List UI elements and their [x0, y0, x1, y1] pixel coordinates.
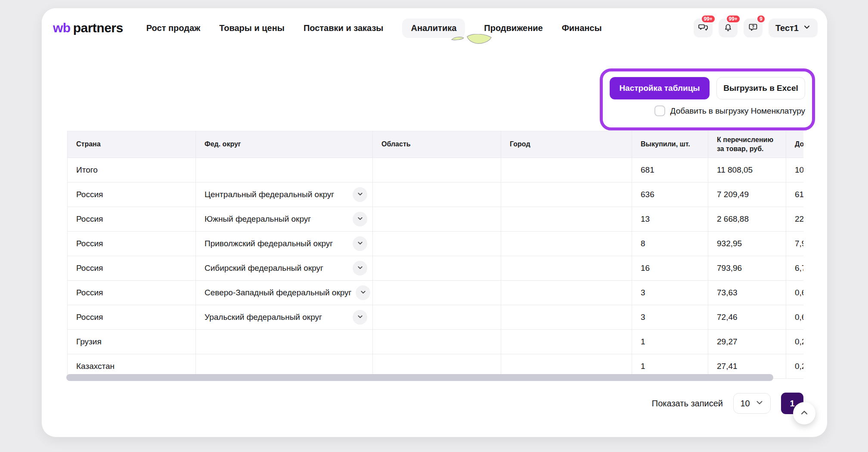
- table-row: РоссияЮжный федеральный округ132 668,882…: [68, 207, 804, 232]
- cell-share: 0,6: [786, 305, 804, 330]
- cell-payout: 932,95: [708, 232, 786, 256]
- expand-district-button[interactable]: [353, 310, 367, 325]
- cell-purchased: 8: [632, 232, 708, 256]
- analytics-table: СтранаФед. округОбластьГородВыкупили, шт…: [67, 131, 803, 379]
- help-button[interactable]: ? 9: [744, 19, 763, 37]
- page-size-select[interactable]: 10: [733, 393, 771, 414]
- cell-region: [373, 256, 501, 281]
- cell-district: [196, 158, 373, 183]
- district-name: Центральный федеральный округ: [205, 190, 334, 199]
- column-header: К перечислению за товар, руб.: [708, 131, 786, 158]
- column-header: До: [786, 131, 804, 158]
- expand-district-button[interactable]: [356, 285, 370, 300]
- column-header: Выкупили, шт.: [632, 131, 708, 158]
- cell-share: 61: [786, 183, 804, 207]
- top-actions: 99+ 99+ ? 9: [694, 19, 818, 37]
- top-navigation-bar: wbpartners Рост продажТовары и ценыПоста…: [42, 8, 827, 48]
- help-badge: 9: [756, 15, 766, 23]
- cell-region: [373, 330, 501, 354]
- table-header-row: СтранаФед. округОбластьГородВыкупили, шт…: [68, 131, 804, 158]
- table-row: РоссияСеверо-Западный федеральный округ3…: [68, 281, 804, 305]
- cell-country: Итого: [68, 158, 196, 183]
- table-row: Грузия129,270,2: [68, 330, 804, 354]
- cell-region: [373, 232, 501, 256]
- account-name: Тест1: [775, 23, 799, 33]
- horizontal-scrollbar[interactable]: [66, 374, 773, 381]
- cell-country: Россия: [68, 183, 196, 207]
- cell-district: Южный федеральный округ: [196, 207, 373, 232]
- expand-district-button[interactable]: [353, 236, 367, 251]
- table-row: Итого68111 808,0510: [68, 158, 804, 183]
- export-excel-button[interactable]: Выгрузить в Excel: [716, 77, 805, 99]
- cell-region: [373, 281, 501, 305]
- table-settings-button[interactable]: Настройка таблицы: [610, 77, 710, 99]
- messages-badge: 99+: [701, 15, 716, 23]
- cell-share: 0,2: [786, 330, 804, 354]
- nomenclature-checkbox[interactable]: [654, 105, 665, 116]
- cell-payout: 29,27: [708, 330, 786, 354]
- cell-share: 10: [786, 158, 804, 183]
- notifications-badge: 99+: [726, 15, 741, 23]
- help-bubble-icon: ?: [748, 22, 758, 34]
- logo-partners: partners: [73, 21, 123, 35]
- cell-region: [373, 158, 501, 183]
- chevron-down-icon: [803, 23, 811, 33]
- toolbar-buttons-row: Настройка таблицы Выгрузить в Excel: [610, 77, 805, 99]
- cell-region: [373, 305, 501, 330]
- column-header: Область: [373, 131, 501, 158]
- cell-city: [501, 330, 632, 354]
- nav-item[interactable]: Финансы: [562, 19, 602, 38]
- cell-district: Центральный федеральный округ: [196, 183, 373, 207]
- cell-country: Грузия: [68, 330, 196, 354]
- cell-purchased: 3: [632, 281, 708, 305]
- nav-item[interactable]: Рост продаж: [146, 19, 201, 38]
- district-name: Южный федеральный округ: [205, 214, 311, 224]
- nav-item[interactable]: Поставки и заказы: [304, 19, 384, 38]
- messages-button[interactable]: 99+: [694, 19, 713, 37]
- expand-district-button[interactable]: [353, 187, 367, 202]
- cell-share: 7,9: [786, 232, 804, 256]
- cell-district: Северо-Западный федеральный округ: [196, 281, 373, 305]
- cell-country: Россия: [68, 207, 196, 232]
- cell-payout: 7 209,49: [708, 183, 786, 207]
- district-name: Сибирский федеральный округ: [205, 263, 323, 273]
- cell-city: [501, 232, 632, 256]
- district-name: Уральский федеральный округ: [205, 313, 322, 322]
- cell-share: 0,2: [786, 354, 804, 379]
- cell-country: Россия: [68, 256, 196, 281]
- chevron-up-icon: [799, 408, 809, 419]
- main-nav: Рост продажТовары и ценыПоставки и заказ…: [146, 19, 602, 38]
- cell-share: 6,7: [786, 256, 804, 281]
- cell-city: [501, 305, 632, 330]
- cell-purchased: 681: [632, 158, 708, 183]
- export-checkbox-row: Добавить в выгрузку Номенклатуру: [610, 105, 805, 116]
- chevron-down-icon: [360, 289, 366, 297]
- chevron-down-icon: [357, 215, 363, 223]
- page-size-value: 10: [740, 399, 750, 409]
- account-menu-button[interactable]: Тест1: [769, 19, 818, 37]
- page-size-label: Показать записей: [652, 399, 723, 409]
- cell-district: [196, 330, 373, 354]
- chevron-down-icon: [755, 398, 764, 409]
- expand-district-button[interactable]: [353, 212, 367, 226]
- expand-district-button[interactable]: [353, 261, 367, 276]
- table-row: РоссияПриволжский федеральный округ8932,…: [68, 232, 804, 256]
- cell-city: [501, 207, 632, 232]
- district-name: Приволжский федеральный округ: [205, 239, 333, 248]
- cell-purchased: 1: [632, 330, 708, 354]
- bell-icon: [723, 22, 733, 34]
- column-header: Фед. округ: [196, 131, 373, 158]
- nav-item[interactable]: Товары и цены: [219, 19, 285, 38]
- cell-payout: 72,46: [708, 305, 786, 330]
- table-row: РоссияУральский федеральный округ372,460…: [68, 305, 804, 330]
- cell-purchased: 636: [632, 183, 708, 207]
- scroll-to-top-button[interactable]: [793, 402, 815, 424]
- svg-text:?: ?: [752, 25, 754, 29]
- clipped-illustration: [450, 34, 493, 48]
- notifications-button[interactable]: 99+: [719, 19, 738, 37]
- wb-partners-logo[interactable]: wbpartners: [53, 21, 123, 35]
- cell-city: [501, 158, 632, 183]
- column-header: Город: [501, 131, 632, 158]
- chevron-down-icon: [357, 240, 363, 248]
- table-row: РоссияСибирский федеральный округ16793,9…: [68, 256, 804, 281]
